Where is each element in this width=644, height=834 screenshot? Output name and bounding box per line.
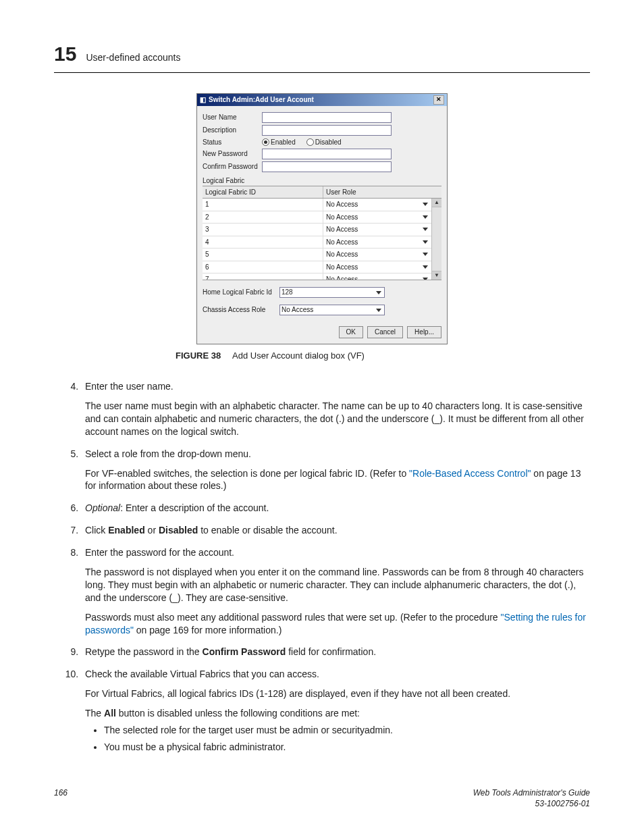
step-7-pre: Click [85,525,108,536]
lfid-cell: 5 [203,249,323,261]
role-cell[interactable]: No Access [323,224,432,236]
step-10-para2: The All button is disabled unless the fo… [85,707,590,720]
step-5-para: For VF-enabled switches, the selection i… [85,467,590,493]
step-8-para1: The password is not displayed when you e… [85,566,590,604]
table-row: 4No Access [203,236,432,249]
scrollbar[interactable]: ▲ ▼ [431,199,441,280]
chassis-role-select[interactable]: No Access [279,305,385,315]
step-9-pre: Retype the password in the [85,646,203,657]
step-10-p2-pre: The [85,708,104,719]
chapter-number: 15 [54,41,76,68]
lfid-cell: 2 [203,211,323,224]
figure-caption: FIGURE 38 Add User Account dialog box (V… [176,350,590,362]
step-7: Click Enabled or Disabled to enable or d… [81,524,590,537]
home-lfid-label: Home Logical Fabric Id [203,288,275,297]
role-cell[interactable]: No Access [323,199,432,211]
chevron-down-icon [376,291,381,294]
step-10: Check the available Virtual Fabrics that… [81,668,590,753]
dialog-title-text: Switch Admin:Add User Account [209,95,314,105]
chevron-down-icon [423,265,428,269]
disabled-radio[interactable]: Disabled [306,138,342,147]
home-lfid-select[interactable]: 128 [279,287,385,298]
step-7-disabled: Disabled [159,525,198,536]
username-label: User Name [203,113,258,122]
ok-button[interactable]: OK [339,326,363,338]
username-input[interactable] [262,112,392,123]
step-10-para1: For Virtual Fabrics, all logical fabrics… [85,687,590,700]
page-footer: 166 Web Tools Administrator's Guide 53-1… [54,787,590,809]
rbac-link[interactable]: "Role-Based Access Control" [409,468,531,479]
step-8: Enter the password for the account. The … [81,546,590,636]
role-cell[interactable]: No Access [323,249,432,261]
figure-label: FIGURE 38 [176,350,221,361]
status-label: Status [203,138,258,147]
confirmpassword-label: Confirm Password [203,162,258,172]
chevron-down-icon [376,309,381,312]
step-9-post: field for confirmation. [286,646,376,657]
lfid-cell: 7 [203,273,323,280]
header-rule [54,72,590,73]
footer-docnum: 53-1002756-01 [535,799,590,808]
add-user-dialog: ◧ Switch Admin:Add User Account ✕ User N… [196,93,448,344]
newpassword-label: New Password [203,149,258,159]
step-6-text: : Enter a description of the account. [120,502,269,513]
scroll-up-icon[interactable]: ▲ [432,199,441,207]
lfid-cell: 3 [203,224,323,236]
dialog-icon: ◧ [200,95,206,105]
confirmpassword-input[interactable] [262,161,392,172]
chevron-down-icon [423,240,428,244]
lfid-cell: 4 [203,236,323,249]
lf-table-body: 1No Access2No Access3No Access4No Access… [203,199,441,280]
step-10-text: Check the available Virtual Fabrics that… [85,669,319,679]
newpassword-input[interactable] [262,149,392,159]
page-number: 166 [54,787,68,809]
chassis-role-label: Chassis Access Role [203,305,275,315]
dialog-titlebar: ◧ Switch Admin:Add User Account ✕ [197,94,447,106]
step-5-pre: For VF-enabled switches, the selection i… [85,468,409,479]
cancel-button[interactable]: Cancel [367,326,403,338]
lfid-cell: 6 [203,261,323,273]
step-7-mid: or [145,525,159,536]
lfid-cell: 1 [203,199,323,211]
role-cell[interactable]: No Access [323,236,432,249]
step-4-para: The user name must begin with an alphabe… [85,400,590,438]
chevron-down-icon [423,215,428,219]
description-input[interactable] [262,125,392,136]
step-9-bold: Confirm Password [203,646,286,657]
footer-title: Web Tools Administrator's Guide [473,788,590,798]
logical-fabric-label: Logical Fabric [203,176,441,186]
table-row: 6No Access [203,261,432,274]
table-row: 2No Access [203,211,432,224]
description-label: Description [203,126,258,135]
home-lfid-value: 128 [281,288,293,297]
chevron-down-icon [423,228,428,231]
step-4-text: Enter the user name. [85,381,173,392]
role-cell[interactable]: No Access [323,273,432,280]
bullet-2: You must be a physical fabric administra… [104,741,590,754]
step-8-p2-pre: Passwords must also meet any additional … [85,612,501,623]
step-10-bold: All [104,708,116,719]
col-role: User Role [323,186,441,199]
role-cell[interactable]: No Access [323,211,432,224]
step-10-bullets: The selected role for the target user mu… [85,724,590,754]
scroll-down-icon[interactable]: ▼ [432,271,441,280]
table-row: 5No Access [203,249,432,261]
step-10-p2-post: button is disabled unless the following … [116,708,360,719]
chevron-down-icon [423,278,428,280]
enabled-radio[interactable]: Enabled [262,138,296,147]
step-8-para2: Passwords must also meet any additional … [85,611,590,637]
enabled-radio-label: Enabled [271,138,296,147]
step-4: Enter the user name. The user name must … [81,380,590,438]
steps-list: Enter the user name. The user name must … [54,380,590,754]
step-6-optional: Optional [85,502,120,513]
role-cell[interactable]: No Access [323,261,432,273]
close-icon[interactable]: ✕ [433,95,444,105]
table-row: 7No Access [203,273,432,280]
step-7-enabled: Enabled [108,525,144,536]
step-7-post: to enable or disable the account. [198,525,337,536]
table-row: 1No Access [203,199,432,211]
help-button[interactable]: Help... [407,326,441,338]
step-5-text: Select a role from the drop-down menu. [85,448,251,459]
step-5: Select a role from the drop-down menu. F… [81,448,590,493]
table-row: 3No Access [203,224,432,236]
